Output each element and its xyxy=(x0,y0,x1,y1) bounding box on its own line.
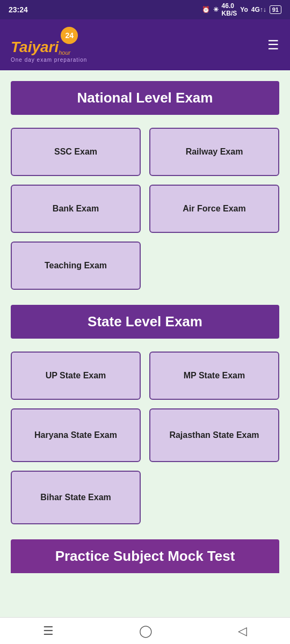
railway-exam-card[interactable]: Railway Exam xyxy=(149,128,279,176)
state-exam-row-3: Bihar State Exam xyxy=(11,471,279,524)
bluetooth-icon: ✳ xyxy=(213,6,219,13)
menu-button[interactable]: ☰ xyxy=(267,38,279,53)
app-header: Taiyari 24 hour One day exam preparation… xyxy=(0,19,290,70)
battery-indicator: 91 xyxy=(270,5,281,14)
partial-section-header: Practice Subject Mock Test xyxy=(11,539,279,573)
status-bar: 23:24 ⏰ ✳ 46.0KB/S Yo 4G↑↓ 91 xyxy=(0,0,290,19)
logo: Taiyari 24 hour One day exam preparation xyxy=(11,27,87,63)
bank-exam-card[interactable]: Bank Exam xyxy=(11,185,141,233)
logo-hour-text: hour xyxy=(59,49,70,56)
status-icons: ⏰ ✳ 46.0KB/S Yo 4G↑↓ 91 xyxy=(202,2,281,17)
state-exam-row-1: UP State Exam MP State Exam xyxy=(11,352,279,400)
national-exam-row-1: SSC Exam Railway Exam xyxy=(11,128,279,176)
logo-badge: 24 xyxy=(61,27,78,44)
air-force-exam-card[interactable]: Air Force Exam xyxy=(149,185,279,233)
state-exam-row-2: Haryana State Exam Rajasthan State Exam xyxy=(11,408,279,462)
ssc-exam-card[interactable]: SSC Exam xyxy=(11,128,141,176)
haryana-state-exam-card[interactable]: Haryana State Exam xyxy=(11,408,141,462)
logo-text-taiyari: Taiyari xyxy=(11,39,59,56)
logo-top: Taiyari 24 hour xyxy=(11,27,87,56)
logo-subtitle: One day exam preparation xyxy=(11,57,87,63)
teaching-exam-card[interactable]: Teaching Exam xyxy=(11,241,141,290)
signal-icon: 4G↑↓ xyxy=(251,6,266,13)
nav-home-icon[interactable]: ◯ xyxy=(139,624,153,638)
up-state-exam-card[interactable]: UP State Exam xyxy=(11,352,141,400)
alarm-icon: ⏰ xyxy=(202,6,210,13)
rajasthan-state-exam-card[interactable]: Rajasthan State Exam xyxy=(149,408,279,462)
national-section-header: National Level Exam xyxy=(11,81,279,115)
main-content: National Level Exam SSC Exam Railway Exa… xyxy=(0,70,290,639)
mp-state-exam-card[interactable]: MP State Exam xyxy=(149,352,279,400)
bihar-state-exam-card[interactable]: Bihar State Exam xyxy=(11,471,141,524)
national-exam-row-3: Teaching Exam xyxy=(11,241,279,290)
bottom-navigation: ☰ ◯ ◁ xyxy=(0,617,290,644)
network-icon: Yo xyxy=(240,6,248,13)
data-speed: 46.0KB/S xyxy=(222,2,237,17)
nav-menu-icon[interactable]: ☰ xyxy=(43,624,54,638)
nav-back-icon[interactable]: ◁ xyxy=(238,624,247,638)
time-display: 23:24 xyxy=(9,5,28,14)
state-section-header: State Level Exam xyxy=(11,305,279,339)
national-exam-row-2: Bank Exam Air Force Exam xyxy=(11,185,279,233)
